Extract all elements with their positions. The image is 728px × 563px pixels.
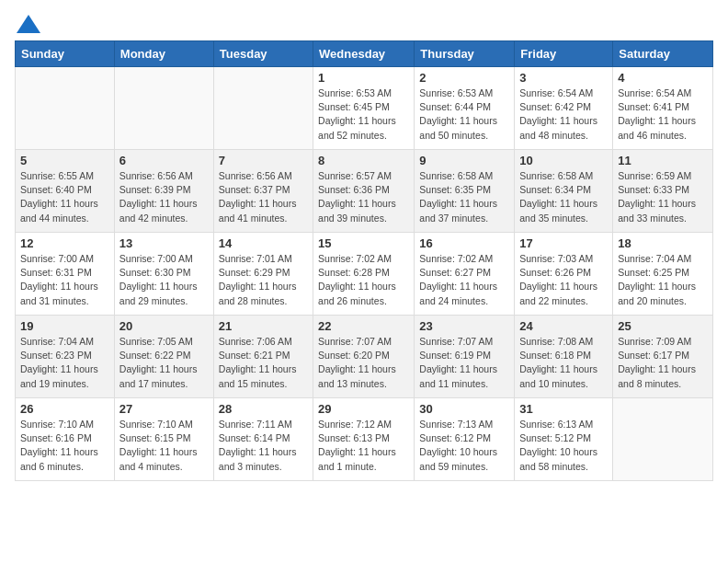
column-header-monday: Monday xyxy=(114,41,213,67)
day-info: Sunrise: 7:02 AM Sunset: 6:27 PM Dayligh… xyxy=(419,252,509,308)
calendar-day-cell: 29Sunrise: 7:12 AM Sunset: 6:13 PM Dayli… xyxy=(313,398,415,481)
page-header xyxy=(15,15,713,33)
calendar-day-cell: 9Sunrise: 6:58 AM Sunset: 6:35 PM Daylig… xyxy=(415,150,515,233)
calendar-day-cell: 17Sunrise: 7:03 AM Sunset: 6:26 PM Dayli… xyxy=(515,233,613,316)
calendar-day-cell: 28Sunrise: 7:11 AM Sunset: 6:14 PM Dayli… xyxy=(213,398,313,481)
day-number: 8 xyxy=(318,154,409,167)
day-number: 19 xyxy=(20,319,109,333)
calendar-day-cell: 6Sunrise: 6:56 AM Sunset: 6:39 PM Daylig… xyxy=(114,150,213,233)
calendar-day-cell: 21Sunrise: 7:06 AM Sunset: 6:21 PM Dayli… xyxy=(213,316,313,398)
day-info: Sunrise: 7:06 AM Sunset: 6:21 PM Dayligh… xyxy=(219,335,308,391)
day-number: 2 xyxy=(419,71,509,85)
day-info: Sunrise: 6:55 AM Sunset: 6:40 PM Dayligh… xyxy=(20,169,109,225)
calendar-day-cell: 22Sunrise: 7:07 AM Sunset: 6:20 PM Dayli… xyxy=(313,316,415,398)
calendar-day-cell: 4Sunrise: 6:54 AM Sunset: 6:41 PM Daylig… xyxy=(613,67,713,150)
day-number: 27 xyxy=(119,402,209,416)
day-number: 4 xyxy=(618,71,708,85)
calendar-day-cell: 2Sunrise: 6:53 AM Sunset: 6:44 PM Daylig… xyxy=(415,67,515,150)
day-number: 13 xyxy=(119,236,209,250)
day-number: 10 xyxy=(519,154,608,167)
day-info: Sunrise: 7:07 AM Sunset: 6:20 PM Dayligh… xyxy=(318,335,409,391)
logo xyxy=(15,15,42,33)
calendar-week-row: 1Sunrise: 6:53 AM Sunset: 6:45 PM Daylig… xyxy=(16,67,713,150)
day-info: Sunrise: 7:00 AM Sunset: 6:31 PM Dayligh… xyxy=(20,252,109,308)
day-number: 25 xyxy=(618,319,708,333)
day-info: Sunrise: 7:00 AM Sunset: 6:30 PM Dayligh… xyxy=(119,252,209,308)
calendar-day-cell: 14Sunrise: 7:01 AM Sunset: 6:29 PM Dayli… xyxy=(213,233,313,316)
calendar-day-cell: 12Sunrise: 7:00 AM Sunset: 6:31 PM Dayli… xyxy=(16,233,115,316)
calendar-day-cell: 20Sunrise: 7:05 AM Sunset: 6:22 PM Dayli… xyxy=(114,316,213,398)
calendar-day-cell: 25Sunrise: 7:09 AM Sunset: 6:17 PM Dayli… xyxy=(613,316,713,398)
day-info: Sunrise: 6:53 AM Sunset: 6:45 PM Dayligh… xyxy=(318,86,409,143)
column-header-saturday: Saturday xyxy=(613,41,713,67)
calendar-week-row: 12Sunrise: 7:00 AM Sunset: 6:31 PM Dayli… xyxy=(16,233,713,316)
calendar-day-cell: 31Sunrise: 6:13 AM Sunset: 5:12 PM Dayli… xyxy=(515,398,613,481)
calendar-day-cell: 15Sunrise: 7:02 AM Sunset: 6:28 PM Dayli… xyxy=(313,233,415,316)
day-number: 23 xyxy=(419,319,509,333)
day-info: Sunrise: 7:05 AM Sunset: 6:22 PM Dayligh… xyxy=(119,335,209,391)
day-number: 16 xyxy=(419,236,509,250)
calendar-day-cell: 3Sunrise: 6:54 AM Sunset: 6:42 PM Daylig… xyxy=(515,67,613,150)
calendar-day-cell: 10Sunrise: 6:58 AM Sunset: 6:34 PM Dayli… xyxy=(515,150,613,233)
day-info: Sunrise: 6:56 AM Sunset: 6:39 PM Dayligh… xyxy=(119,169,209,225)
day-info: Sunrise: 6:56 AM Sunset: 6:37 PM Dayligh… xyxy=(219,169,308,225)
column-header-tuesday: Tuesday xyxy=(213,41,313,67)
column-header-sunday: Sunday xyxy=(16,41,115,67)
calendar-week-row: 19Sunrise: 7:04 AM Sunset: 6:23 PM Dayli… xyxy=(16,316,713,398)
svg-marker-0 xyxy=(17,15,40,33)
calendar-day-cell: 16Sunrise: 7:02 AM Sunset: 6:27 PM Dayli… xyxy=(415,233,515,316)
calendar-day-cell: 30Sunrise: 7:13 AM Sunset: 6:12 PM Dayli… xyxy=(415,398,515,481)
day-info: Sunrise: 7:07 AM Sunset: 6:19 PM Dayligh… xyxy=(419,335,509,391)
day-number: 20 xyxy=(119,319,209,333)
calendar-day-cell: 11Sunrise: 6:59 AM Sunset: 6:33 PM Dayli… xyxy=(613,150,713,233)
day-info: Sunrise: 7:11 AM Sunset: 6:14 PM Dayligh… xyxy=(219,418,308,474)
day-number: 28 xyxy=(219,402,308,416)
day-info: Sunrise: 6:58 AM Sunset: 6:34 PM Dayligh… xyxy=(519,169,608,225)
calendar-day-cell: 18Sunrise: 7:04 AM Sunset: 6:25 PM Dayli… xyxy=(613,233,713,316)
calendar-week-row: 5Sunrise: 6:55 AM Sunset: 6:40 PM Daylig… xyxy=(16,150,713,233)
day-info: Sunrise: 6:13 AM Sunset: 5:12 PM Dayligh… xyxy=(519,418,608,474)
day-number: 17 xyxy=(519,236,608,250)
day-number: 1 xyxy=(318,71,409,85)
day-number: 6 xyxy=(119,154,209,167)
day-number: 29 xyxy=(318,402,409,416)
calendar-week-row: 26Sunrise: 7:10 AM Sunset: 6:16 PM Dayli… xyxy=(16,398,713,481)
day-number: 30 xyxy=(419,402,509,416)
day-number: 24 xyxy=(519,319,608,333)
day-number: 3 xyxy=(519,71,608,85)
day-number: 15 xyxy=(318,236,409,250)
calendar-day-cell xyxy=(16,67,115,150)
day-info: Sunrise: 7:10 AM Sunset: 6:15 PM Dayligh… xyxy=(119,418,209,474)
day-number: 12 xyxy=(20,236,109,250)
day-info: Sunrise: 7:03 AM Sunset: 6:26 PM Dayligh… xyxy=(519,252,608,308)
day-number: 26 xyxy=(20,402,109,416)
day-info: Sunrise: 7:01 AM Sunset: 6:29 PM Dayligh… xyxy=(219,252,308,308)
calendar-day-cell xyxy=(114,67,213,150)
day-number: 11 xyxy=(618,154,708,167)
day-info: Sunrise: 6:59 AM Sunset: 6:33 PM Dayligh… xyxy=(618,169,708,225)
calendar-day-cell: 8Sunrise: 6:57 AM Sunset: 6:36 PM Daylig… xyxy=(313,150,415,233)
column-header-thursday: Thursday xyxy=(415,41,515,67)
calendar-header-row: SundayMondayTuesdayWednesdayThursdayFrid… xyxy=(16,41,713,67)
day-info: Sunrise: 6:57 AM Sunset: 6:36 PM Dayligh… xyxy=(318,169,409,225)
logo-icon xyxy=(17,15,40,33)
day-number: 31 xyxy=(519,402,608,416)
day-number: 9 xyxy=(419,154,509,167)
calendar-day-cell xyxy=(213,67,313,150)
calendar-day-cell xyxy=(613,398,713,481)
day-info: Sunrise: 7:02 AM Sunset: 6:28 PM Dayligh… xyxy=(318,252,409,308)
calendar-day-cell: 5Sunrise: 6:55 AM Sunset: 6:40 PM Daylig… xyxy=(16,150,115,233)
day-number: 7 xyxy=(219,154,308,167)
day-info: Sunrise: 7:13 AM Sunset: 6:12 PM Dayligh… xyxy=(419,418,509,474)
day-number: 18 xyxy=(618,236,708,250)
calendar-day-cell: 13Sunrise: 7:00 AM Sunset: 6:30 PM Dayli… xyxy=(114,233,213,316)
calendar-day-cell: 26Sunrise: 7:10 AM Sunset: 6:16 PM Dayli… xyxy=(16,398,115,481)
day-info: Sunrise: 6:54 AM Sunset: 6:42 PM Dayligh… xyxy=(519,86,608,143)
day-info: Sunrise: 7:12 AM Sunset: 6:13 PM Dayligh… xyxy=(318,418,409,474)
column-header-friday: Friday xyxy=(515,41,613,67)
day-info: Sunrise: 6:58 AM Sunset: 6:35 PM Dayligh… xyxy=(419,169,509,225)
day-number: 22 xyxy=(318,319,409,333)
day-info: Sunrise: 7:08 AM Sunset: 6:18 PM Dayligh… xyxy=(519,335,608,391)
calendar-day-cell: 23Sunrise: 7:07 AM Sunset: 6:19 PM Dayli… xyxy=(415,316,515,398)
calendar-day-cell: 7Sunrise: 6:56 AM Sunset: 6:37 PM Daylig… xyxy=(213,150,313,233)
